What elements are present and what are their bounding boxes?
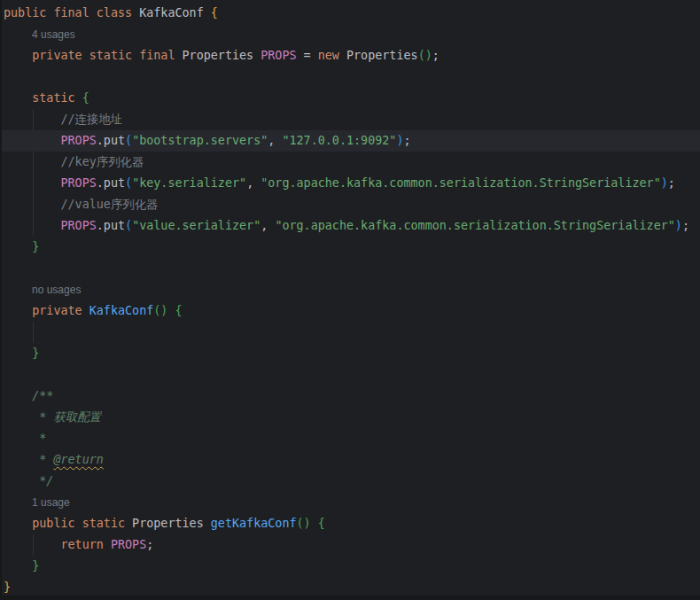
token-fld: PROPS — [61, 134, 97, 147]
usages-inlay-hint[interactable]: 1 usage — [32, 496, 70, 509]
token-pl — [4, 453, 39, 466]
token-kw: final — [53, 6, 89, 19]
token-pl — [4, 474, 39, 487]
token-decl: KafkaConf — [89, 304, 154, 317]
code-line[interactable]: } — [4, 343, 700, 364]
token-kw: private — [32, 49, 82, 62]
token-pl — [4, 91, 32, 105]
token-b3: ) — [661, 176, 668, 190]
token-kw: public — [4, 6, 46, 19]
token-fld: PROPS — [261, 49, 296, 62]
token-pl — [4, 517, 32, 530]
token-pl: Properties — [125, 517, 211, 530]
token-decl: getKafkaConf — [211, 517, 297, 530]
token-pl: ; — [146, 538, 153, 551]
code-line[interactable] — [4, 66, 700, 88]
code-line[interactable] — [4, 322, 700, 343]
token-kw: final — [139, 49, 175, 62]
token-doc: /** — [32, 389, 53, 402]
token-kw: static — [82, 517, 125, 530]
token-pl: .put — [97, 219, 125, 232]
token-b3: ) — [675, 219, 682, 232]
token-doc: */ — [39, 474, 53, 487]
token-fld: PROPS — [61, 176, 97, 190]
code-line[interactable]: * @return — [4, 449, 700, 471]
usages-inlay-hint[interactable]: 4 usages — [32, 28, 75, 41]
token-pl — [4, 304, 32, 317]
ide-code-editor[interactable]: public final class KafkaConf {4 usages p… — [0, 0, 700, 600]
code-line[interactable]: 4 usages — [4, 24, 700, 45]
token-str: "bootstrap.servers" — [132, 134, 268, 147]
code-line[interactable]: 1 usage — [4, 492, 700, 513]
token-pl — [4, 538, 61, 551]
code-line[interactable]: no usages — [4, 279, 700, 300]
token-pl: ; — [404, 134, 411, 147]
code-line[interactable]: private KafkaConf() { — [4, 300, 700, 322]
token-pl: , — [261, 219, 275, 232]
token-b3: ( — [125, 134, 132, 147]
code-line[interactable]: } — [4, 237, 700, 258]
token-kw: class — [97, 6, 132, 19]
code-area[interactable]: public final class KafkaConf {4 usages p… — [0, 0, 700, 598]
code-line-current[interactable]: PROPS.put("bootstrap.servers", "127.0.0.… — [0, 130, 700, 152]
token-b2: () — [418, 49, 432, 62]
token-pl — [4, 559, 32, 573]
code-line[interactable]: //连接地址 — [4, 109, 700, 130]
token-pl: Properties — [339, 49, 418, 62]
code-line[interactable]: */ — [4, 471, 700, 492]
token-pl — [4, 49, 32, 62]
code-line[interactable]: public final class KafkaConf { — [4, 3, 700, 24]
token-cmt: //key序列化器 — [61, 155, 144, 168]
token-str: "127.0.0.1:9092" — [282, 134, 396, 147]
token-pl — [311, 517, 318, 530]
code-line[interactable]: * — [4, 428, 700, 449]
token-cmt: //连接地址 — [61, 113, 123, 126]
token-pl: , — [268, 134, 282, 147]
code-line[interactable] — [4, 364, 700, 386]
token-doc: * — [39, 453, 53, 466]
token-pl: ; — [668, 176, 675, 190]
token-pl — [4, 240, 32, 253]
token-pl — [75, 91, 82, 105]
token-b2: } — [32, 240, 39, 253]
token-kw: private — [32, 304, 82, 317]
token-pl — [82, 49, 89, 62]
code-line[interactable]: PROPS.put("value.serializer", "org.apach… — [4, 215, 700, 237]
token-pl — [4, 155, 61, 168]
code-line[interactable]: static { — [4, 88, 700, 109]
token-fld: PROPS — [111, 538, 146, 551]
token-pl — [132, 49, 139, 62]
token-fld: PROPS — [61, 219, 97, 232]
code-line[interactable] — [4, 258, 700, 279]
token-kw: new — [318, 49, 339, 62]
token-b3: ( — [125, 176, 132, 190]
token-b2: () — [153, 304, 167, 317]
token-str: "org.apache.kafka.common.serialization.S… — [275, 219, 674, 232]
token-pl — [4, 113, 61, 126]
code-line[interactable]: return PROPS; — [4, 534, 700, 556]
editor-bottom-edge — [0, 596, 700, 600]
code-line[interactable]: } — [4, 556, 700, 577]
token-pl — [89, 6, 97, 19]
code-line[interactable]: private static final Properties PROPS = … — [4, 45, 700, 66]
token-kw: static — [32, 91, 74, 105]
token-b2: } — [32, 559, 39, 573]
token-pl — [4, 347, 32, 360]
token-b1: } — [4, 581, 11, 594]
token-pl: ; — [682, 219, 689, 232]
code-line[interactable]: /** — [4, 386, 700, 407]
token-b2: { — [318, 517, 325, 530]
token-pl: .put — [97, 134, 125, 147]
usages-inlay-hint[interactable]: no usages — [32, 284, 81, 296]
code-line[interactable]: * 获取配置 — [4, 407, 700, 428]
code-line[interactable]: //key序列化器 — [4, 152, 700, 173]
token-doc: * — [39, 432, 46, 445]
token-b2: } — [32, 347, 39, 360]
code-line[interactable]: //value序列化器 — [4, 194, 700, 215]
code-line[interactable]: public static Properties getKafkaConf() … — [4, 513, 700, 534]
code-line[interactable]: PROPS.put("key.serializer", "org.apache.… — [4, 173, 700, 194]
token-pl: , — [246, 176, 261, 190]
token-doctag: @return — [53, 453, 103, 466]
token-pl — [82, 304, 89, 317]
token-pl: KafkaConf — [132, 6, 211, 19]
